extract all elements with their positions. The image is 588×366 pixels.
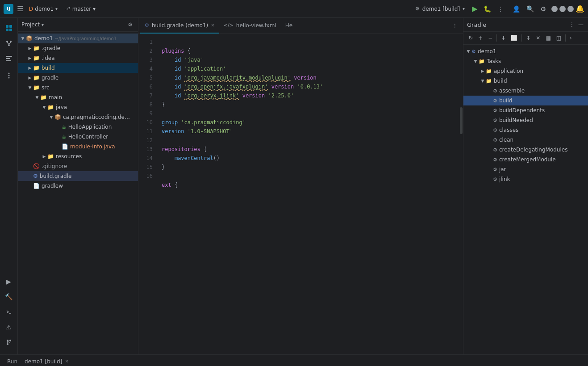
sidebar-item-more[interactable] — [2, 69, 16, 82]
sidebar-item-run[interactable]: ▶ — [2, 275, 16, 288]
svg-rect-0 — [6, 25, 8, 28]
tree-arrow-build-folder: ▶ — [27, 66, 33, 70]
gradle-item-classes[interactable]: ⚙ classes — [463, 125, 588, 135]
maximize-button[interactable] — [559, 6, 566, 12]
tabs-more-button[interactable]: ⋮ — [449, 21, 461, 31]
tree-item-idea[interactable]: ▶ 📁 .idea — [18, 53, 138, 63]
tree-item-hello-app[interactable]: ☕ HelloApplication — [18, 122, 138, 132]
tree-arrow-java: ▼ — [41, 105, 47, 109]
tab-build-gradle[interactable]: ⚙ build.gradle (demo1) ✕ — [140, 18, 219, 34]
tree-item-java[interactable]: ▼ 📁 java — [18, 102, 138, 112]
code-content[interactable]: plugins { id 'java' id 'application' id … — [156, 34, 463, 354]
sidebar-item-structure[interactable] — [2, 52, 16, 65]
gradle-label-build-group: build — [494, 78, 507, 84]
gradle-diagram-button[interactable]: ◫ — [554, 34, 563, 42]
gradle-arrow-tasks: ▼ — [472, 59, 479, 63]
gradle-item-application[interactable]: ▶ 📁 application — [463, 66, 588, 76]
tree-item-gitignore[interactable]: 🚫 .gitignore — [18, 161, 138, 171]
settings-button[interactable]: ⚙ — [538, 4, 548, 14]
svg-point-16 — [7, 343, 8, 345]
sidebar-item-problems[interactable]: ⚠ — [2, 320, 16, 334]
tree-item-module-info[interactable]: 📄 module-info.java — [18, 142, 138, 151]
gradle-minimize-button[interactable]: — — [577, 21, 584, 29]
run-config-icon: ⚙ — [415, 6, 420, 12]
tree-item-gradle-folder[interactable]: ▶ 📁 gradle — [18, 73, 138, 83]
gradle-item-buildDependents[interactable]: ⚙ buildDependents — [463, 105, 588, 115]
tree-item-gradle-hidden[interactable]: ▶ 📁 .gradle — [18, 43, 138, 53]
gradle-label-jlink: jlink — [499, 176, 510, 182]
gradle-item-build-group[interactable]: ▼ 📁 build — [463, 76, 588, 86]
sidebar-item-vcs[interactable] — [2, 37, 16, 50]
sidebar-item-git[interactable] — [2, 336, 16, 349]
gradle-item-assemble[interactable]: ⚙ assemble — [463, 86, 588, 96]
notifications-button[interactable]: 🔔 — [575, 4, 584, 13]
editor-scrollbar[interactable] — [459, 34, 463, 354]
minimize-button[interactable] — [551, 6, 558, 12]
gradle-sync-button[interactable]: ⬜ — [509, 34, 520, 42]
svg-rect-1 — [9, 25, 12, 28]
add-user-button[interactable]: 👤 — [511, 4, 522, 14]
gradle-add-button[interactable]: + — [476, 34, 485, 42]
gradle-classes-icon: ⚙ — [493, 127, 497, 133]
tree-item-main[interactable]: ▼ 📁 main — [18, 93, 138, 102]
code-editor[interactable]: 123456 789101112 13141516 plugins { id '… — [138, 34, 463, 354]
gradle-next-button[interactable]: › — [567, 34, 574, 42]
menu-button[interactable]: ☰ — [17, 4, 23, 13]
tab-he[interactable]: He — [281, 18, 297, 34]
gradle-more-button[interactable]: ⋮ — [568, 21, 575, 29]
gradle-expand-button[interactable]: ↕ — [524, 34, 533, 42]
sidebar-item-terminal[interactable] — [2, 305, 16, 319]
gradle-separator-3 — [565, 34, 566, 42]
tab-build-gradle-close[interactable]: ✕ — [211, 23, 214, 28]
gradle-item-buildNeeded[interactable]: ⚙ buildNeeded — [463, 115, 588, 125]
search-button[interactable]: 🔍 — [525, 4, 536, 14]
tree-item-build-gradle[interactable]: ⚙ build.gradle — [18, 171, 138, 181]
tab-hello-fxml[interactable]: </> hello-view.fxml — [219, 18, 281, 34]
btab-demo1-build[interactable]: demo1 [build] ✕ — [21, 355, 72, 366]
gradle-item-demo1[interactable]: ▼ ⚙ demo1 — [463, 46, 588, 56]
tree-item-pkg[interactable]: ▼ 📦 ca.pragmaticcoding.demo1 — [18, 112, 138, 122]
tab-hello-fxml-icon: </> — [224, 22, 234, 28]
gradle-tree: ▼ ⚙ demo1 ▼ 📁 Tasks ▶ 📁 application — [463, 45, 588, 354]
run-button[interactable]: ▶ — [470, 3, 479, 15]
svg-rect-9 — [6, 56, 12, 57]
editor-scrollbar-thumb[interactable] — [460, 107, 463, 134]
close-button[interactable] — [567, 6, 574, 12]
gradle-group-button[interactable]: ▦ — [543, 34, 553, 42]
more-actions-button[interactable]: ⋮ — [496, 4, 505, 14]
tree-item-gradlew[interactable]: 📄 gradlew — [18, 181, 138, 191]
tree-label-hello-app: HelloApplication — [68, 124, 112, 130]
tree-item-hello-ctrl[interactable]: ☕ HelloController — [18, 132, 138, 142]
project-panel-title[interactable]: Project ▾ — [21, 21, 44, 28]
gradle-item-jlink[interactable]: ⚙ jlink — [463, 174, 588, 184]
sidebar-item-build[interactable]: 🔨 — [2, 290, 16, 303]
sidebar-item-project[interactable] — [2, 21, 16, 35]
btab-close-icon[interactable]: ✕ — [65, 359, 68, 364]
gradle-refresh-button[interactable]: ↻ — [466, 34, 475, 42]
project-selector[interactable]: D demo1 ▾ — [29, 5, 58, 12]
branch-selector[interactable]: ⎇ master ▾ — [65, 6, 96, 12]
gradle-item-createMergedModule[interactable]: ⚙ createMergedModule — [463, 155, 588, 164]
btab-demo1-build-label: demo1 [build] — [25, 358, 62, 365]
gradle-item-jar[interactable]: ⚙ jar — [463, 164, 588, 174]
editor-area: ⚙ build.gradle (demo1) ✕ </> hello-view.… — [138, 18, 463, 354]
tree-item-build-folder[interactable]: ▶ 📁 build — [18, 63, 138, 73]
tree-label-main: main — [49, 94, 62, 101]
file-tree: ▼ 📦 demo1 ~/JavaProgramming/demo1 ▶ 📁 .g… — [18, 32, 138, 354]
gradle-item-createDelegatingModules[interactable]: ⚙ createDelegatingModules — [463, 145, 588, 155]
tree-item-resources[interactable]: ▶ 📁 resources — [18, 151, 138, 161]
project-panel-gear-icon[interactable]: ⚙ — [126, 21, 134, 29]
debug-button[interactable]: 🐛 — [482, 4, 493, 14]
gradle-download-button[interactable]: ⬇ — [499, 34, 508, 42]
tree-path-demo1: ~/JavaProgramming/demo1 — [55, 36, 117, 41]
gradle-remove-button[interactable]: − — [486, 34, 495, 42]
project-panel: Project ▾ ⚙ ▼ 📦 demo1 ~/JavaProgramming/… — [18, 18, 138, 354]
run-config-selector[interactable]: ⚙ demo1 [build] ▾ — [415, 6, 465, 12]
btab-run[interactable]: Run — [4, 355, 21, 366]
gradle-collapse-button[interactable]: ✕ — [534, 34, 542, 42]
gradle-item-tasks[interactable]: ▼ 📁 Tasks — [463, 56, 588, 66]
gradle-item-build-task[interactable]: ⚙ build — [463, 96, 588, 105]
tree-item-src[interactable]: ▼ 📁 src — [18, 83, 138, 93]
gradle-item-clean[interactable]: ⚙ clean — [463, 135, 588, 145]
tree-item-demo1[interactable]: ▼ 📦 demo1 ~/JavaProgramming/demo1 — [18, 34, 138, 43]
